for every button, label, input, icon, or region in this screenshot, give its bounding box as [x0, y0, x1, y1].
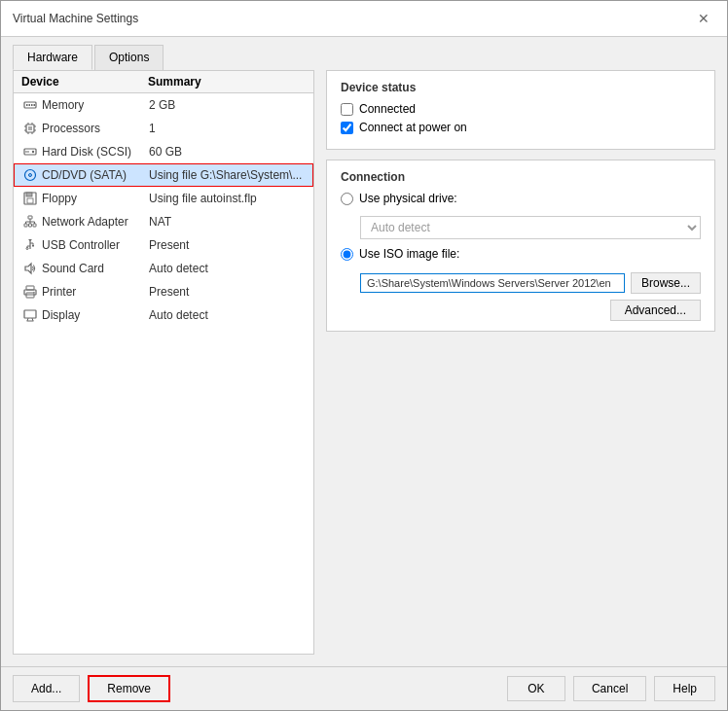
svg-rect-1 [26, 104, 28, 106]
device-name-harddisk: Hard Disk (SCSI) [42, 145, 149, 159]
title-bar: Virtual Machine Settings ✕ [1, 1, 727, 37]
bottom-right-buttons: OK Cancel Help [507, 676, 715, 701]
bottom-bar: Add... Remove OK Cancel Help [1, 666, 727, 710]
svg-rect-3 [31, 104, 33, 106]
bottom-left-buttons: Add... Remove [13, 675, 170, 702]
connect-at-power-on-row: Connect at power on [341, 121, 701, 134]
device-row-display[interactable]: Display Auto detect [14, 303, 313, 327]
device-row-printer[interactable]: Printer Present [14, 280, 313, 303]
connect-at-power-on-checkbox[interactable] [341, 122, 353, 134]
harddisk-icon [22, 144, 38, 160]
svg-marker-41 [25, 264, 31, 273]
floppy-icon [22, 191, 38, 206]
device-name-printer: Printer [42, 285, 149, 299]
svg-rect-22 [26, 193, 32, 196]
printer-icon [22, 284, 38, 300]
connected-checkbox[interactable] [341, 103, 353, 116]
connect-at-power-on-label: Connect at power on [359, 121, 467, 134]
connection-section: Connection Use physical drive: Auto dete… [326, 160, 715, 332]
main-content: Device Summary Memory 2 GB Proc [1, 70, 727, 666]
column-summary-header: Summary [148, 75, 306, 89]
device-list: Memory 2 GB Processors 1 Hard Disk [14, 93, 313, 654]
physical-drive-radio[interactable] [341, 193, 353, 205]
svg-rect-25 [24, 224, 27, 227]
iso-path-input[interactable] [360, 273, 625, 293]
connection-title: Connection [341, 170, 701, 184]
spacer [326, 341, 715, 655]
close-button[interactable]: ✕ [692, 9, 715, 28]
network-icon [22, 214, 38, 230]
svg-rect-46 [24, 310, 36, 318]
tab-hardware[interactable]: Hardware [13, 45, 92, 70]
use-iso-radio[interactable] [341, 248, 353, 261]
svg-rect-6 [28, 126, 32, 130]
device-summary-printer: Present [149, 285, 305, 299]
auto-detect-select[interactable]: Auto detect [360, 216, 701, 239]
cd-icon [22, 167, 38, 183]
right-panel: Device status Connected Connect at power… [326, 70, 715, 655]
svg-point-40 [26, 248, 28, 250]
device-row-cddvd[interactable]: CD/DVD (SATA) Using file G:\Share\System… [14, 163, 313, 187]
svg-point-16 [32, 151, 34, 153]
device-summary-network: NAT [149, 215, 305, 229]
tab-options[interactable]: Options [94, 45, 164, 70]
device-name-floppy: Floppy [42, 192, 149, 205]
processor-icon [22, 121, 38, 136]
iso-row: Use ISO image file: [341, 247, 701, 261]
use-iso-label: Use ISO image file: [359, 247, 459, 261]
device-name-cddvd: CD/DVD (SATA) [42, 168, 149, 182]
ok-button[interactable]: OK [507, 676, 565, 701]
device-summary-cddvd: Using file G:\Share\System\... [149, 168, 305, 182]
device-summary-usb: Present [149, 238, 305, 252]
browse-button[interactable]: Browse... [631, 272, 701, 294]
device-summary-floppy: Using file autoinst.flp [149, 192, 305, 205]
device-row-processors[interactable]: Processors 1 [14, 117, 313, 140]
device-summary-display: Auto detect [149, 308, 305, 322]
device-name-sound: Sound Card [42, 262, 149, 275]
device-summary-processors: 1 [149, 122, 305, 135]
device-row-floppy[interactable]: Floppy Using file autoinst.flp [14, 187, 313, 210]
device-row-usb[interactable]: USB Controller Present [14, 233, 313, 257]
device-status-title: Device status [341, 81, 701, 94]
svg-rect-4 [34, 104, 36, 106]
svg-rect-27 [33, 224, 36, 227]
window-title: Virtual Machine Settings [13, 12, 138, 25]
device-row-network[interactable]: Network Adapter NAT [14, 210, 313, 233]
table-header: Device Summary [14, 71, 313, 93]
device-list-panel: Device Summary Memory 2 GB Proc [13, 70, 314, 655]
device-name-usb: USB Controller [42, 238, 149, 252]
svg-point-20 [29, 174, 30, 175]
help-button[interactable]: Help [654, 676, 715, 701]
usb-icon [22, 237, 38, 253]
device-name-processors: Processors [42, 122, 149, 135]
device-status-section: Device status Connected Connect at power… [326, 70, 715, 150]
device-row-sound[interactable]: Sound Card Auto detect [14, 257, 313, 280]
svg-rect-24 [28, 216, 32, 219]
svg-rect-2 [29, 104, 31, 106]
svg-rect-37 [32, 245, 34, 247]
column-device-header: Device [21, 75, 148, 89]
display-icon [22, 307, 38, 323]
physical-drive-row: Use physical drive: [341, 192, 701, 205]
remove-button[interactable]: Remove [88, 675, 170, 702]
memory-icon [22, 97, 38, 113]
advanced-row: Advanced... [341, 300, 701, 321]
sound-icon [22, 261, 38, 276]
svg-rect-42 [26, 286, 34, 290]
device-summary-harddisk: 60 GB [149, 145, 305, 159]
device-name-network: Network Adapter [42, 215, 149, 229]
device-name-memory: Memory [42, 98, 149, 112]
virtual-machine-settings-window: Virtual Machine Settings ✕ Hardware Opti… [0, 0, 728, 711]
advanced-button[interactable]: Advanced... [610, 300, 701, 321]
connected-label: Connected [359, 102, 416, 116]
iso-path-row: Browse... [360, 272, 701, 294]
svg-point-45 [33, 292, 34, 293]
connection-radio-group: Use physical drive: Auto detect Use ISO … [341, 192, 701, 294]
cancel-button[interactable]: Cancel [573, 676, 646, 701]
svg-rect-26 [29, 224, 32, 227]
tabs-bar: Hardware Options [1, 37, 727, 70]
device-row-harddisk[interactable]: Hard Disk (SCSI) 60 GB [14, 140, 313, 163]
device-row-memory[interactable]: Memory 2 GB [14, 93, 313, 117]
add-button[interactable]: Add... [13, 675, 80, 702]
connected-row: Connected [341, 102, 701, 116]
